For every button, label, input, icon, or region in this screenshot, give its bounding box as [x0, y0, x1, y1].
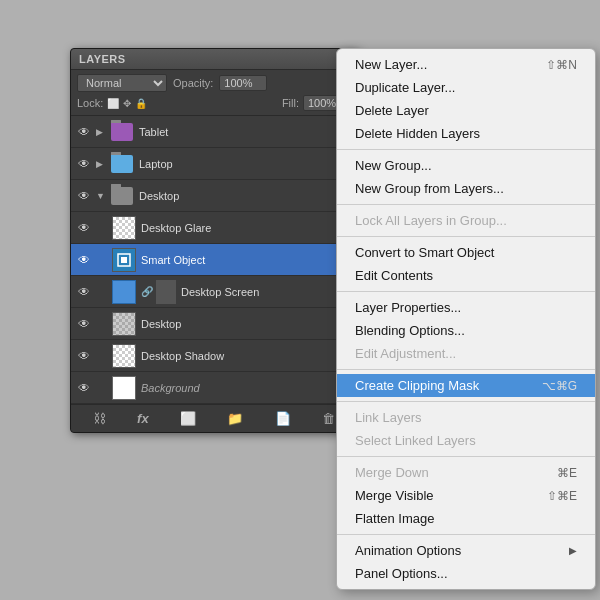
lock-all-icon[interactable]: 🔒 [135, 98, 147, 109]
expand-arrow-desktop[interactable]: ▼ [96, 191, 110, 201]
menu-item-delete-layer[interactable]: Delete Layer [337, 99, 595, 122]
context-menu: New Layer... ⇧⌘N Duplicate Layer... Dele… [336, 48, 596, 590]
menu-item-new-layer[interactable]: New Layer... ⇧⌘N [337, 53, 595, 76]
layer-item-tablet[interactable]: 👁 ▶ Tablet [71, 116, 357, 148]
svg-rect-1 [121, 257, 127, 263]
layer-item-desktop-screen[interactable]: 👁 🔗 Desktop Screen [71, 276, 357, 308]
layers-panel-title: LAYERS [79, 53, 126, 65]
layer-item-desktop-plain[interactable]: 👁 Desktop [71, 308, 357, 340]
menu-item-blending-options[interactable]: Blending Options... [337, 319, 595, 342]
layer-name-laptop: Laptop [139, 158, 353, 170]
thumb-desktop-group [110, 184, 134, 208]
opacity-label: Opacity: [173, 77, 213, 89]
thumb-desktop-glare [112, 216, 136, 240]
thumb-tablet [110, 120, 134, 144]
menu-item-new-group-from-layers[interactable]: New Group from Layers... [337, 177, 595, 200]
lock-fill-row: Lock: ⬜ ✥ 🔒 Fill: [77, 95, 351, 111]
layers-bottom-toolbar: ⛓ fx ⬜ 📁 📄 🗑 [71, 404, 357, 432]
lock-label: Lock: [77, 97, 103, 109]
layer-item-background[interactable]: 👁 Background 🔒 [71, 372, 357, 404]
visibility-icon-desktop-plain[interactable]: 👁 [75, 315, 93, 333]
layer-name-desktop-glare: Desktop Glare [141, 222, 353, 234]
separator-8 [337, 534, 595, 535]
visibility-icon-screen[interactable]: 👁 [75, 283, 93, 301]
visibility-icon-desktop[interactable]: 👁 [75, 187, 93, 205]
link-icon: 🔗 [141, 286, 153, 297]
visibility-icon-background[interactable]: 👁 [75, 379, 93, 397]
new-layer-btn[interactable]: 📄 [271, 409, 295, 428]
visibility-icon-glare[interactable]: 👁 [75, 219, 93, 237]
menu-item-edit-adjustment: Edit Adjustment... [337, 342, 595, 365]
menu-item-flatten-image[interactable]: Flatten Image [337, 507, 595, 530]
fx-btn[interactable]: fx [133, 409, 153, 428]
separator-3 [337, 236, 595, 237]
separator-7 [337, 456, 595, 457]
thumb-background [112, 376, 136, 400]
menu-item-create-clipping-mask[interactable]: Create Clipping Mask ⌥⌘G [337, 374, 595, 397]
expand-arrow-laptop[interactable]: ▶ [96, 159, 110, 169]
blend-mode-select[interactable]: Normal [77, 74, 167, 92]
layers-toolbar: Normal Opacity: Lock: ⬜ ✥ 🔒 Fill: [71, 70, 357, 116]
layer-name-tablet: Tablet [139, 126, 353, 138]
fill-label: Fill: [282, 97, 299, 109]
menu-item-animation-options[interactable]: Animation Options ▶ [337, 539, 595, 562]
new-group-btn[interactable]: 📁 [223, 409, 247, 428]
smart-object-icon [116, 252, 132, 268]
separator-5 [337, 369, 595, 370]
layer-name-desktop-plain: Desktop [141, 318, 353, 330]
separator-4 [337, 291, 595, 292]
visibility-icon-laptop[interactable]: 👁 [75, 155, 93, 173]
layers-list: 👁 ▶ Tablet 👁 ▶ Laptop 👁 ▼ Desktop [71, 116, 357, 404]
menu-item-duplicate-layer[interactable]: Duplicate Layer... [337, 76, 595, 99]
separator-1 [337, 149, 595, 150]
lock-pixels-icon[interactable]: ⬜ [107, 98, 119, 109]
layer-item-desktop-shadow[interactable]: 👁 Desktop Shadow [71, 340, 357, 372]
link-layers-btn[interactable]: ⛓ [89, 409, 110, 428]
thumb-desktop-shadow [112, 344, 136, 368]
separator-6 [337, 401, 595, 402]
layer-item-laptop[interactable]: 👁 ▶ Laptop [71, 148, 357, 180]
visibility-icon-smart[interactable]: 👁 [75, 251, 93, 269]
menu-item-convert-smart[interactable]: Convert to Smart Object [337, 241, 595, 264]
thumb-screen-secondary [156, 280, 176, 304]
menu-item-merge-down: Merge Down ⌘E [337, 461, 595, 484]
menu-item-edit-contents[interactable]: Edit Contents [337, 264, 595, 287]
opacity-input[interactable] [219, 75, 267, 91]
layer-item-desktop-group[interactable]: 👁 ▼ Desktop [71, 180, 357, 212]
layer-name-smart-object: Smart Object [141, 254, 353, 266]
visibility-icon-tablet[interactable]: 👁 [75, 123, 93, 141]
layer-name-desktop-screen: Desktop Screen [181, 286, 353, 298]
lock-position-icon[interactable]: ✥ [123, 98, 131, 109]
layer-name-background: Background [141, 382, 337, 394]
menu-item-merge-visible[interactable]: Merge Visible ⇧⌘E [337, 484, 595, 507]
layer-item-smart-object[interactable]: 👁 Smart Object [71, 244, 357, 276]
expand-arrow-tablet[interactable]: ▶ [96, 127, 110, 137]
layer-name-desktop-group: Desktop [139, 190, 353, 202]
layer-item-desktop-glare[interactable]: 👁 Desktop Glare [71, 212, 357, 244]
add-mask-btn[interactable]: ⬜ [176, 409, 200, 428]
layers-panel: LAYERS Normal Opacity: Lock: ⬜ ✥ 🔒 Fill:… [70, 48, 358, 433]
menu-item-new-group[interactable]: New Group... [337, 154, 595, 177]
blend-opacity-row: Normal Opacity: [77, 74, 351, 92]
layers-title-bar: LAYERS [71, 49, 357, 70]
menu-item-layer-properties[interactable]: Layer Properties... [337, 296, 595, 319]
menu-item-lock-all: Lock All Layers in Group... [337, 209, 595, 232]
menu-item-select-linked: Select Linked Layers [337, 429, 595, 452]
thumb-laptop [110, 152, 134, 176]
menu-item-link-layers: Link Layers [337, 406, 595, 429]
visibility-icon-shadow[interactable]: 👁 [75, 347, 93, 365]
submenu-arrow: ▶ [569, 545, 577, 556]
menu-item-panel-options[interactable]: Panel Options... [337, 562, 595, 585]
thumb-smart-object [112, 248, 136, 272]
thumb-desktop-plain [112, 312, 136, 336]
menu-item-delete-hidden[interactable]: Delete Hidden Layers [337, 122, 595, 145]
layer-name-desktop-shadow: Desktop Shadow [141, 350, 353, 362]
separator-2 [337, 204, 595, 205]
thumb-desktop-screen [112, 280, 136, 304]
